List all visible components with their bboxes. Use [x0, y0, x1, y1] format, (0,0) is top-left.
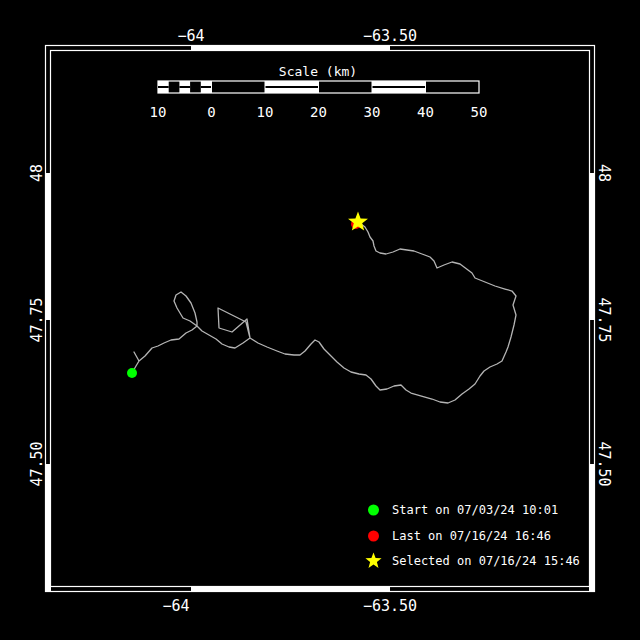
frame-segment-top	[191, 45, 390, 51]
start-position-dot	[127, 368, 137, 378]
right-axis-label: 47.75	[595, 297, 613, 342]
left-axis-label: 48	[28, 164, 46, 182]
top-axis-label: −64	[177, 27, 204, 45]
scale-number: 50	[471, 104, 488, 120]
frame-segment-bottom	[191, 586, 390, 592]
legend-last-dot-icon	[368, 531, 379, 542]
frame-segment-right-lower	[589, 464, 595, 592]
legend-start-label: Start on 07/03/24 10:01	[392, 503, 558, 517]
left-axis-label: 47.75	[28, 297, 46, 342]
right-axis-label: 48	[595, 164, 613, 182]
legend: Start on 07/03/24 10:01 Last on 07/16/24…	[365, 503, 579, 568]
legend-selected-label: Selected on 07/16/24 15:46	[392, 554, 580, 568]
drift-track-map: −64 −63.50 −64 −63.50 48 47.75 47.50 48 …	[0, 0, 640, 640]
scale-number: 10	[150, 104, 167, 120]
scale-bar-title: Scale (km)	[279, 64, 357, 79]
scale-number: 30	[364, 104, 381, 120]
scale-number: 40	[417, 104, 434, 120]
top-axis-label: −63.50	[363, 27, 417, 45]
map-background	[0, 0, 640, 640]
bottom-axis-label: −63.50	[363, 597, 417, 615]
legend-start-dot-icon	[368, 505, 379, 516]
scale-number: 20	[310, 104, 327, 120]
legend-last-label: Last on 07/16/24 16:46	[392, 529, 551, 543]
scale-number: 10	[257, 104, 274, 120]
right-axis-label: 47.50	[595, 441, 613, 486]
left-axis-label: 47.50	[28, 441, 46, 486]
frame-segment-right-upper	[589, 173, 595, 320]
scale-number: 0	[207, 104, 215, 120]
bottom-axis-label: −64	[162, 597, 189, 615]
